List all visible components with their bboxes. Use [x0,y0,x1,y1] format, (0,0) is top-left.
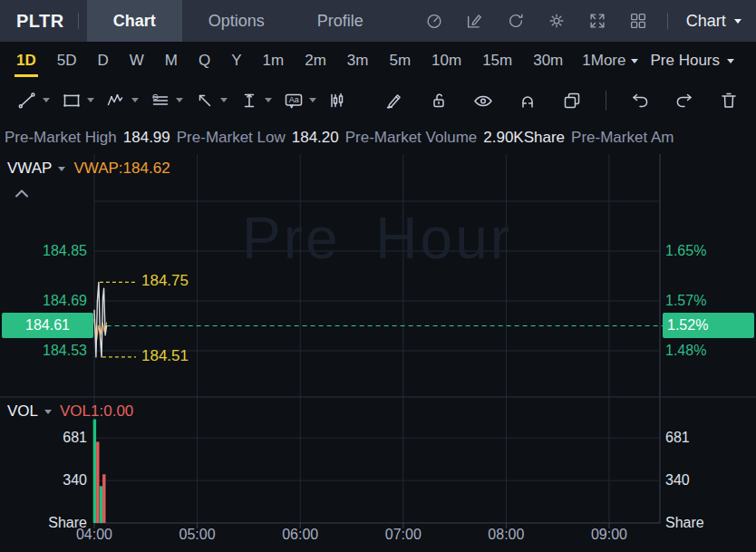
price-pane-header: VWAP VWAP:184.62 [7,160,170,178]
chevron-down-icon [220,98,228,102]
refresh-icon[interactable] [506,11,526,31]
tab-chart[interactable]: Chart [87,0,182,42]
price-axis-label: 184.69 [0,292,87,310]
chevron-down-icon [631,59,638,63]
chart-region: Pre Hour VWAP VWAP:184.62 184.75 184.51 … [0,154,756,552]
chevron-down-icon [265,98,272,102]
volume-bar [102,474,105,523]
chevron-down-icon [58,167,65,171]
price-range-tool[interactable] [238,90,272,111]
last-price-box: 184.61 [2,313,93,338]
last-change-pct-box: 1.52% [663,313,754,338]
chevron-down-icon [44,410,52,414]
vwap-indicator-label: VWAP [7,160,52,178]
trend-line-tool[interactable] [16,90,50,111]
tab-options[interactable]: Options [182,0,291,42]
svg-text:Aa: Aa [289,95,299,104]
time-axis-label: 09:00 [580,527,638,543]
marker-pencil-icon[interactable] [383,90,405,111]
text-tool[interactable]: Aa [283,90,316,111]
premarket-low-value: 184.20 [292,129,339,147]
arrow-icon [194,90,216,111]
unlock-icon[interactable] [428,90,450,111]
fullscreen-icon[interactable] [587,11,607,31]
gauge-icon[interactable] [424,11,444,31]
gann-tool[interactable]: G [150,90,183,111]
premarket-volume-value: 2.90KShare [483,129,565,147]
drawing-toolbar: G Aa [0,80,756,121]
timeframe-q[interactable]: Q [197,44,212,77]
timeframe-5d[interactable]: 5D [55,44,79,77]
chevron-down-icon [131,98,139,102]
chart-canvas[interactable] [0,154,756,552]
price-axis-label: 184.85 [0,242,87,260]
timeframe-2m[interactable]: 2m [303,44,328,77]
volume-axis-label: 681 [0,429,87,447]
layout-grid-icon[interactable] [628,11,648,31]
timeframe-bar: 1D 5D D W M Q Y 1m 2m 3m 5m 10m 15m 30m … [0,42,756,80]
svg-text:G: G [152,92,159,101]
timeframe-more-label: 1More [582,52,625,70]
toolbar-right-group [383,90,740,111]
volume-bar [96,441,99,523]
timeframe-10m[interactable]: 10m [430,44,463,77]
collapse-pane-chevron-icon[interactable] [14,189,30,199]
time-axis-label: 06:00 [271,527,329,543]
volume-pane-header: VOL VOL1:0.00 [7,402,133,421]
trend-line-icon [16,90,38,111]
timeframe-y[interactable]: Y [229,44,243,77]
session-label: Pre Hours [650,52,720,70]
chart-type-label: Chart [686,12,726,31]
candle-pattern-tool[interactable] [327,90,349,111]
vwap-value: VWAP:184.62 [73,160,170,178]
divider [667,13,668,29]
pct-axis-label: 1.48% [665,342,706,360]
tab-profile[interactable]: Profile [291,0,390,42]
timeframe-1d[interactable]: 1D [15,44,38,77]
chevron-down-icon [734,19,741,24]
ticker-symbol[interactable]: PLTR [0,11,78,32]
volume-unit-label: Share [665,514,704,532]
wave-tool[interactable] [105,90,139,111]
timeframe-5m[interactable]: 5m [387,44,412,77]
arrow-tool[interactable] [194,90,228,111]
timeframe-30m[interactable]: 30m [531,44,565,77]
delete-trash-icon[interactable] [718,90,740,111]
premarket-volume-label: Pre-Market Volume [345,129,478,147]
wave-icon [105,90,127,111]
premarket-amount-label: Pre-Market Am [571,129,674,147]
time-axis-label: 05:00 [169,527,227,543]
volume-bar [100,486,102,523]
chevron-down-icon [309,98,316,102]
timeframe-1m[interactable]: 1m [261,44,286,77]
timeframe-more-dropdown[interactable]: 1More [582,52,638,70]
undo-icon[interactable] [629,90,651,111]
timeframe-m[interactable]: M [163,44,179,77]
premarket-info-bar: Pre-Market High 184.99 Pre-Market Low 18… [0,121,756,154]
vol-value: VOL1:0.00 [60,402,133,421]
timeframe-15m[interactable]: 15m [480,44,514,77]
main-tabs: Chart Options Profile [87,0,390,42]
timeframe-d[interactable]: D [95,44,110,77]
vol-indicator-dropdown[interactable]: VOL [7,402,52,421]
magnet-icon[interactable] [517,90,538,111]
candle-pattern-icon [327,90,349,111]
vwap-indicator-dropdown[interactable]: VWAP [7,160,65,178]
volume-unit-label: Share [0,514,87,532]
visibility-eye-icon[interactable] [472,90,494,111]
rectangle-tool[interactable] [61,90,94,111]
session-dropdown[interactable]: Pre Hours [650,52,756,70]
chevron-down-icon [727,59,734,63]
duplicate-icon[interactable] [561,90,583,111]
chevron-down-icon [43,98,50,102]
price-axis-label: 184.53 [0,342,87,360]
vol-indicator-label: VOL [7,402,38,421]
redo-icon[interactable] [674,90,695,111]
settings-icon[interactable] [547,11,567,31]
timeframe-3m[interactable]: 3m [345,44,371,77]
chart-type-dropdown[interactable]: Chart [686,12,741,31]
annotate-icon[interactable] [465,11,485,31]
timeframe-w[interactable]: W [128,44,146,77]
topbar-icon-group [424,11,648,31]
chevron-down-icon [87,98,94,102]
